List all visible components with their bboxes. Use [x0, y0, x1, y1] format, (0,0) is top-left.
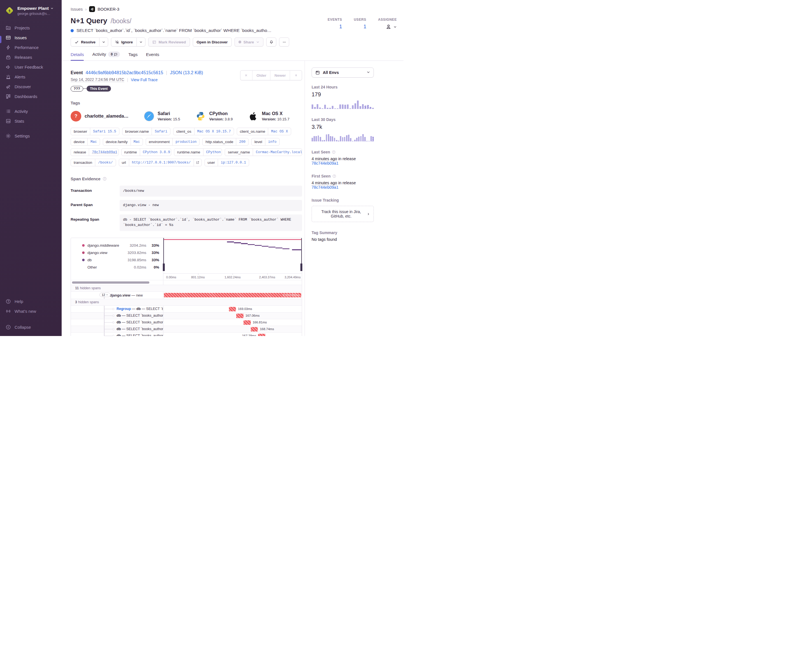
waterfall-minimap[interactable] [163, 238, 302, 271]
sidebar-footer-collapse[interactable]: Collapse [0, 322, 61, 332]
help-icon[interactable] [103, 177, 107, 181]
span-row[interactable]: Regroup — db — SELECT `boo169.03ms [71, 306, 302, 312]
subscribe-bell-button[interactable] [266, 38, 276, 46]
ignore-dropdown-button[interactable] [136, 38, 145, 46]
hourly-bar [365, 106, 366, 109]
events-count-link[interactable]: 1 [339, 24, 342, 30]
tag-value-link[interactable]: Mac [131, 138, 143, 145]
context-os[interactable]: Mac OS X Version: 10.15.7 [248, 111, 289, 121]
sidebar-item-issues[interactable]: Issues [0, 33, 61, 43]
tab-tags[interactable]: Tags [128, 52, 138, 61]
older-event-button[interactable]: Older [252, 71, 270, 80]
tag-value-link[interactable]: ip:127.0.0.1 [218, 159, 249, 166]
horizontal-scrollbar[interactable] [72, 281, 149, 284]
breadcrumb-issues[interactable]: Issues [71, 7, 83, 12]
span-group-toggle[interactable]: 12 [100, 293, 110, 297]
this-event-pill[interactable]: This Event [86, 86, 111, 91]
resolve-button[interactable]: Resolve [71, 38, 100, 46]
sidebar-item-discover[interactable]: Discover [0, 82, 61, 91]
newer-event-button[interactable]: Newer [270, 71, 290, 80]
view-full-trace-link[interactable]: View Full Trace [131, 78, 158, 82]
evidence-value: django.view - new [120, 200, 302, 211]
tag-pill-device: deviceMac [71, 138, 100, 146]
sidebar-item-dashboards[interactable]: Dashboards [0, 91, 61, 101]
ignore-button[interactable]: Ignore [111, 38, 137, 46]
sidebar-footer-help[interactable]: Help [0, 296, 61, 306]
assignee-dropdown[interactable] [385, 24, 397, 30]
resolve-dropdown-button[interactable] [99, 38, 108, 46]
span-duration-bar[interactable] [244, 320, 251, 325]
span-row[interactable]: db — SELECT `books_author`167.06ms [71, 312, 302, 319]
context-runtime[interactable]: CPython Version: 3.8.9 [195, 111, 233, 121]
tag-value-link[interactable]: production [172, 138, 199, 145]
last-seen-release-link[interactable]: 78c744eb09a1 [312, 161, 339, 166]
org-switcher[interactable]: Empower Plant george.gritsouk@s… [0, 0, 61, 20]
sidebar-item-settings[interactable]: Settings [0, 131, 61, 141]
tag-value-link[interactable]: /books/ [95, 159, 116, 166]
context-summary: ? charlotte_alameda… [71, 111, 302, 121]
hidden-spans-mid[interactable]: 3hidden spans [71, 299, 99, 306]
axis-label: 2,403.37ms [259, 276, 275, 279]
mark-reviewed-button[interactable]: Mark Reviewed [148, 38, 190, 46]
help-icon[interactable] [332, 150, 336, 154]
tag-value-link[interactable]: Safari [151, 128, 170, 135]
legend-dot-icon [82, 252, 85, 254]
more-actions-button[interactable] [279, 38, 289, 46]
context-user[interactable]: ? charlotte_alameda… [71, 111, 129, 121]
tag-value-link[interactable]: Mac OS X [268, 128, 291, 135]
sidebar-item-alerts[interactable]: Alerts [0, 72, 61, 82]
tab-events[interactable]: Events [146, 52, 159, 61]
sidebar-footer-what-s-new[interactable]: What's new [0, 306, 61, 316]
regroup-link[interactable]: Regroup [116, 307, 131, 311]
tag-value-link[interactable]: Cormac-MacCarthy.local [253, 149, 302, 156]
hidden-spans-top[interactable]: 11hidden spans [71, 285, 101, 291]
open-in-discover-button[interactable]: Open in Discover [193, 38, 232, 46]
daily-bar [364, 137, 366, 142]
span-row[interactable]: db — SELECT `books_author`166.81ms [71, 319, 302, 326]
event-json-link[interactable]: JSON (13.2 KiB) [170, 70, 203, 75]
tag-value-link[interactable]: CPython [203, 149, 222, 156]
users-count-link[interactable]: 1 [364, 24, 366, 30]
span-duration-bar[interactable] [236, 314, 244, 318]
tag-value-link[interactable]: CPython 3.8.9 [140, 149, 171, 156]
track-issue-button[interactable]: Track this issue in Jira, GitHub, etc. [312, 206, 374, 222]
sidebar-item-projects[interactable]: Projects [0, 23, 61, 33]
sidebar-item-performance[interactable]: Performance [0, 43, 61, 52]
oldest-event-button[interactable] [241, 71, 252, 80]
span-duration-bar[interactable] [229, 307, 236, 311]
tag-value-link[interactable]: Mac OS X 10.15.7 [194, 128, 234, 135]
sidebar-item-activity[interactable]: Activity [0, 106, 61, 116]
tag-value-link[interactable]: 200 [236, 138, 248, 145]
trace-unknown-pill[interactable]: ??? [71, 86, 83, 91]
span-bar-parent[interactable]: 3,203.82ms [164, 293, 301, 297]
sidebar-item-stats[interactable]: Stats [0, 116, 61, 126]
span-row[interactable]: db — SELECT `books_author`168.74ms [71, 326, 302, 333]
share-button[interactable]: Share [234, 38, 264, 46]
sidebar-item-releases[interactable]: Releases [0, 52, 61, 62]
tag-value-link[interactable]: Mac [88, 138, 100, 145]
tag-value-link[interactable]: http://127.0.0.1:9007/books/ [129, 159, 194, 166]
tab-details[interactable]: Details [71, 52, 84, 61]
span-description: db — SELECT `books_author` [116, 326, 163, 333]
legend-dot-icon [82, 259, 85, 261]
minimap-handle-right[interactable] [301, 263, 302, 271]
context-browser[interactable]: Safari Version: 15.5 [144, 111, 180, 121]
minimap-handle-left[interactable] [163, 263, 165, 271]
latest-event-button[interactable] [290, 71, 302, 80]
help-icon[interactable] [332, 174, 336, 178]
share-dot-icon [239, 41, 241, 43]
first-seen-release-link[interactable]: 78c744eb09a1 [312, 185, 339, 190]
tag-value-link[interactable]: Safari 15.5 [90, 128, 119, 135]
legend-duration: 3203.82ms [121, 251, 146, 255]
span-duration-bar[interactable] [258, 334, 266, 336]
tag-key: device [71, 138, 88, 145]
sidebar-item-user-feedback[interactable]: User Feedback [0, 62, 61, 72]
span-duration-bar[interactable] [251, 327, 258, 331]
tab-activity[interactable]: Activity 0 [92, 51, 120, 61]
environment-select[interactable]: All Envs [312, 68, 374, 78]
event-id-link[interactable]: 4446c9af6bb94815b2ac9bc4515c5615 [86, 70, 163, 75]
span-row[interactable]: db — SELECT `books_author`167.29ms [71, 333, 302, 336]
tag-value-link[interactable]: 78c744eb09a1 [89, 149, 118, 156]
external-link-icon[interactable] [194, 159, 201, 166]
tag-value-link[interactable]: info [265, 138, 279, 145]
